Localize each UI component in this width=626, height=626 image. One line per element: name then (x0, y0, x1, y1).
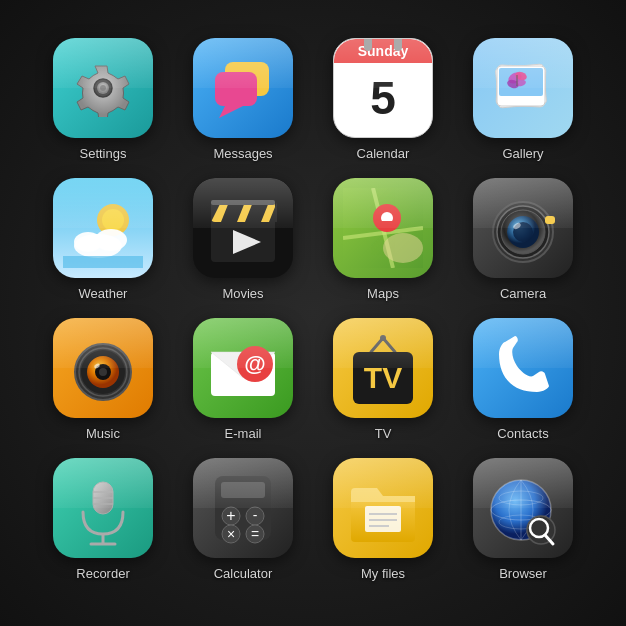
app-weather[interactable]: Weather (43, 178, 163, 308)
app-calculator[interactable]: + - × = Calculator (183, 458, 303, 588)
recorder-icon (53, 458, 153, 558)
svg-rect-5 (215, 72, 257, 106)
calculator-icon: + - × = (193, 458, 293, 558)
app-maps[interactable]: Maps (323, 178, 443, 308)
gallery-label: Gallery (502, 146, 543, 161)
svg-rect-68 (221, 482, 265, 498)
app-settings[interactable]: Settings (43, 38, 163, 168)
settings-label: Settings (80, 146, 127, 161)
calendar-icon: Sunday 5 (333, 38, 433, 138)
myfiles-label: My files (361, 566, 405, 581)
svg-text:-: - (253, 507, 258, 523)
camera-icon (473, 178, 573, 278)
email-icon: @ (193, 318, 293, 418)
contacts-label: Contacts (497, 426, 548, 441)
app-messages[interactable]: Messages (183, 38, 303, 168)
calendar-date: 5 (370, 71, 396, 125)
maps-icon (333, 178, 433, 278)
calendar-label: Calendar (357, 146, 410, 161)
svg-point-21 (95, 229, 127, 251)
svg-point-49 (99, 368, 107, 376)
app-music[interactable]: Music (43, 318, 163, 448)
svg-point-2 (100, 85, 106, 91)
app-myfiles[interactable]: My files (323, 458, 443, 588)
tv-label: TV (375, 426, 392, 441)
svg-marker-6 (219, 106, 243, 118)
app-tv[interactable]: TV TV (323, 318, 443, 448)
svg-text:+: + (226, 507, 235, 524)
svg-rect-44 (545, 216, 555, 224)
contacts-icon (473, 318, 573, 418)
calendar-day: Sunday (334, 39, 432, 63)
email-label: E-mail (225, 426, 262, 441)
weather-label: Weather (79, 286, 128, 301)
camera-label: Camera (500, 286, 546, 301)
app-email[interactable]: @ E-mail (183, 318, 303, 448)
myfiles-icon (333, 458, 433, 558)
svg-text:@: @ (244, 351, 265, 376)
app-grid: Settings Messages Sunday 5 Calendar (43, 38, 583, 588)
app-browser[interactable]: Browser (463, 458, 583, 588)
calculator-label: Calculator (214, 566, 273, 581)
svg-text:=: = (251, 526, 259, 542)
svg-point-34 (383, 233, 423, 263)
weather-icon (53, 178, 153, 278)
browser-icon (473, 458, 573, 558)
movies-icon (193, 178, 293, 278)
maps-label: Maps (367, 286, 399, 301)
app-contacts[interactable]: Contacts (463, 318, 583, 448)
app-recorder[interactable]: Recorder (43, 458, 163, 588)
svg-rect-29 (211, 200, 275, 205)
movies-label: Movies (222, 286, 263, 301)
gallery-icon (473, 38, 573, 138)
svg-text:TV: TV (364, 361, 402, 394)
messages-label: Messages (213, 146, 272, 161)
music-icon (53, 318, 153, 418)
app-camera[interactable]: Camera (463, 178, 583, 308)
app-movies[interactable]: Movies (183, 178, 303, 308)
svg-text:×: × (227, 526, 235, 542)
svg-rect-22 (63, 256, 143, 268)
music-label: Music (86, 426, 120, 441)
tv-icon: TV (333, 318, 433, 418)
app-gallery[interactable]: Gallery (463, 38, 583, 168)
browser-label: Browser (499, 566, 547, 581)
settings-icon (53, 38, 153, 138)
svg-point-58 (380, 335, 386, 341)
messages-icon (193, 38, 293, 138)
svg-point-18 (102, 209, 124, 231)
recorder-label: Recorder (76, 566, 129, 581)
app-calendar[interactable]: Sunday 5 Calendar (323, 38, 443, 168)
